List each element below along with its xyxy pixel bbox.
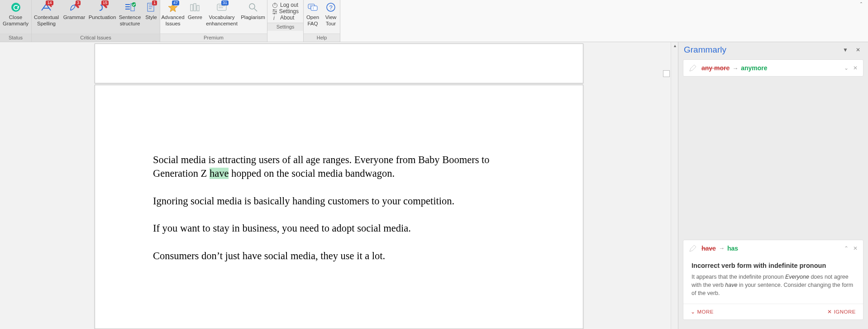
group-label-premium: Premium <box>160 34 267 42</box>
info-icon: i <box>272 15 278 21</box>
prev-page-fragment <box>95 44 583 83</box>
contextual-badge: 14 <box>46 0 53 5</box>
plagiarism-button[interactable]: Plagiarism <box>239 0 267 34</box>
chevron-down-icon: ⌄ <box>691 309 696 315</box>
punctuation-badge: 15 <box>101 0 109 5</box>
close-label-2: Grammarly <box>3 21 29 26</box>
open-l2: FAQ <box>307 21 318 26</box>
panel-close-button[interactable]: ✕ <box>854 45 863 54</box>
paragraph-4[interactable]: Consumers don’t just have social media, … <box>153 249 525 263</box>
collapse-ribbon-button[interactable]: ˆ <box>854 0 868 42</box>
card2-to[interactable]: has <box>727 245 738 252</box>
card-dismiss-button[interactable]: ✕ <box>853 245 858 252</box>
svg-rect-16 <box>311 6 317 10</box>
grammar-label: Grammar <box>63 14 86 20</box>
ribbon-toolbar: CloseGrammarly Status 14 ContextualSpell… <box>0 0 868 42</box>
contextual-l1: Contextual <box>34 15 59 20</box>
adv-l2: Issues <box>165 21 180 26</box>
svg-point-12 <box>274 13 275 14</box>
group-label-status: Status <box>0 34 31 42</box>
advanced-issues-button[interactable]: 47 AdvancedIssues <box>160 0 186 34</box>
grammar-badge: 3 <box>76 0 81 5</box>
settings-button[interactable]: Settings <box>272 8 299 15</box>
contextual-spelling-button[interactable]: 14 ContextualSpelling <box>32 0 61 34</box>
genre-button[interactable]: Genre <box>186 0 205 34</box>
sentence-structure-button[interactable]: Sentencestructure <box>117 0 143 34</box>
vocab-l1: Vocabulary <box>209 15 235 20</box>
faq-icon: ?! <box>307 2 318 12</box>
settings-label: Settings <box>279 8 299 15</box>
card-collapse-button[interactable]: ⌃ <box>844 245 849 252</box>
svg-text:?: ? <box>329 4 333 11</box>
paragraph-3[interactable]: If you want to stay in business, you nee… <box>153 222 525 235</box>
document-area: ▴ Social media is attracting users of al… <box>0 42 678 329</box>
arrow-icon: → <box>719 245 725 252</box>
group-label-settings: Settings <box>267 23 303 31</box>
pencil-icon <box>689 244 697 252</box>
vocab-badge: 31 <box>221 0 229 5</box>
card1-to[interactable]: anymore <box>741 64 767 72</box>
style-button[interactable]: 1 Style <box>143 0 160 34</box>
logout-label: Log out <box>280 2 298 8</box>
magnifier-icon <box>248 2 258 12</box>
logout-button[interactable]: Log out <box>272 2 299 8</box>
doc-checkbox[interactable] <box>663 70 670 77</box>
card-expand-button[interactable]: ⌄ <box>844 65 849 71</box>
card1-from: any more <box>701 64 730 72</box>
close-icon: ✕ <box>827 309 832 315</box>
group-help: ?! OpenFAQ ? ViewTour Help <box>304 0 340 42</box>
scroll-up-icon[interactable]: ▴ <box>671 42 678 49</box>
more-label: MORE <box>697 309 714 314</box>
suggestion-card-have[interactable]: have → has ⌃ ✕ Incorrect verb form with … <box>683 240 863 320</box>
more-button[interactable]: ⌄ MORE <box>691 309 714 315</box>
svg-rect-6 <box>197 5 199 11</box>
view-tour-button[interactable]: ? ViewTour <box>322 0 340 34</box>
highlighted-word-have[interactable]: have <box>210 168 229 179</box>
sliders-icon <box>272 9 277 15</box>
sentence-structure-icon <box>124 2 136 12</box>
about-button[interactable]: i About <box>272 15 299 21</box>
paragraph-1[interactable]: Social media is attracting users of all … <box>153 153 525 181</box>
view-l2: Tour <box>326 21 336 26</box>
books-icon <box>190 3 200 12</box>
group-critical-issues: 14 ContextualSpelling 3 Grammar 15 Punct… <box>32 0 160 42</box>
workspace: ▴ Social media is attracting users of al… <box>0 42 868 329</box>
svg-point-11 <box>276 11 277 12</box>
card-dismiss-button[interactable]: ✕ <box>853 65 858 71</box>
group-label-critical: Critical Issues <box>32 34 160 42</box>
punctuation-label: Punctuation <box>89 14 116 20</box>
grammarly-panel: Grammarly ▼ ✕ any more → anymore ⌄ ✕ <box>678 42 868 329</box>
pencil-icon <box>689 64 697 72</box>
paragraph-2[interactable]: Ignoring social media is basically handi… <box>153 194 525 208</box>
punctuation-button[interactable]: 15 Punctuation <box>87 0 117 34</box>
svg-text:i: i <box>273 15 275 21</box>
advanced-badge: 47 <box>172 0 179 5</box>
contextual-l2: Spelling <box>37 21 56 26</box>
vocab-l2: enhancement <box>206 21 238 26</box>
help-icon: ? <box>326 2 336 12</box>
svg-point-2 <box>132 2 136 7</box>
open-faq-button[interactable]: ?! OpenFAQ <box>304 0 322 34</box>
grammar-button[interactable]: 3 Grammar <box>61 0 87 34</box>
adv-l1: Advanced <box>161 15 184 20</box>
genre-label: Genre <box>188 14 202 20</box>
card-explanation: Incorrect verb form with indefinite pron… <box>683 256 863 304</box>
plagiarism-label: Plagiarism <box>241 14 265 20</box>
document-page[interactable]: Social media is attracting users of all … <box>95 85 583 329</box>
style-badge: 1 <box>152 0 157 5</box>
card-heading: Incorrect verb form with indefinite pron… <box>692 262 855 269</box>
vertical-scrollbar[interactable]: ▴ <box>671 42 678 329</box>
group-premium: 47 AdvancedIssues Genre 31 Vocabularyenh… <box>160 0 267 42</box>
p1b: hopped on the social media bandwagon. <box>229 168 395 179</box>
close-grammarly-button[interactable]: CloseGrammarly <box>0 0 31 34</box>
svg-text:!: ! <box>313 6 314 10</box>
power-icon <box>272 2 278 8</box>
panel-title: Grammarly <box>684 45 837 55</box>
open-l1: Open <box>306 15 319 20</box>
vocabulary-enhancement-button[interactable]: 31 Vocabularyenhancement <box>205 0 239 34</box>
card2-from: have <box>701 245 716 252</box>
suggestion-card-anymore[interactable]: any more → anymore ⌄ ✕ <box>683 59 863 77</box>
panel-dropdown-button[interactable]: ▼ <box>841 45 850 54</box>
ignore-button[interactable]: ✕ IGNORE <box>827 309 856 315</box>
arrow-icon: → <box>732 65 738 72</box>
